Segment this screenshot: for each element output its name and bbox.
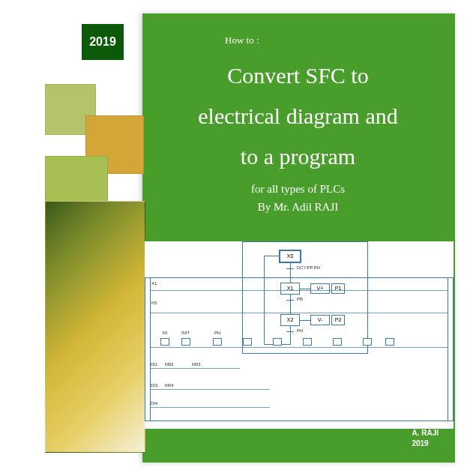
- ladder-label: X0: [162, 331, 167, 335]
- sfc-loopback-top: [264, 256, 279, 256]
- sfc-transition-0: DCY.PP.PH: [297, 265, 320, 270]
- ladder-label: M02: [165, 362, 174, 367]
- subtitle-line-2: By Mr. Adil RAJI: [258, 201, 339, 213]
- ladder-rung: [150, 389, 270, 390]
- sfc-node-x0: X0: [279, 250, 301, 263]
- ladder-contact: [160, 338, 169, 346]
- ladder-contact: [333, 338, 342, 346]
- subtitle-text: for all types of PLCs By Mr. Adil RAJI: [157, 180, 439, 216]
- ladder-label: PH: [214, 331, 220, 335]
- ladder-contact: [385, 338, 394, 346]
- title-line-3: to a program: [241, 144, 355, 169]
- ladder-contact: [363, 338, 372, 346]
- ladder-contact: [243, 338, 252, 346]
- ladder-label: M04: [165, 383, 174, 388]
- year-text: 2019: [89, 35, 116, 49]
- year-badge: 2019: [82, 24, 124, 60]
- ladder-contact: [213, 338, 222, 346]
- subtitle-line-1: for all types of PLCs: [251, 183, 345, 195]
- ladder-rung: [150, 313, 448, 313]
- ladder-rail-right: [448, 278, 448, 421]
- ladder-label: 033: [150, 383, 157, 388]
- ladder-label: INIT: [181, 331, 190, 335]
- ladder-rail-left: [150, 278, 151, 421]
- ladder-label: 034: [150, 401, 157, 406]
- ladder-rung: [150, 368, 240, 369]
- ladder-rung: [150, 290, 448, 291]
- ladder-contact: [181, 338, 190, 346]
- title-text: Convert SFC to electrical diagram and to…: [157, 55, 439, 177]
- decor-gradient-block: [45, 201, 145, 453]
- ladder-label: K5: [151, 301, 157, 305]
- title-line-1: Convert SFC to: [227, 63, 368, 88]
- electrical-diagram: X1 K5 X0 INIT PH 031 M02 M03 033 M04 034: [145, 277, 454, 421]
- sfc-transition-bar: [286, 268, 294, 269]
- ladder-rung: [150, 347, 448, 348]
- footer-year: 2019: [412, 439, 428, 448]
- ladder-rung: [150, 407, 270, 408]
- title-line-2: electrical diagram and: [198, 103, 398, 128]
- ladder-label: X1: [151, 281, 157, 286]
- diagram-area: X0 DCY.PP.PH X1 V+ P1 PB X2 V- P2 PH: [145, 241, 454, 429]
- ladder-label: M03: [192, 362, 201, 367]
- ladder-contact: [303, 338, 312, 346]
- prefix-text: How to :: [225, 34, 259, 46]
- footer-credit: A. RAJI 2019: [412, 428, 439, 449]
- footer-author: A. RAJI: [412, 429, 439, 437]
- book-cover: 2019 How to : Convert SFC to electrical …: [0, 0, 476, 476]
- ladder-label: 031: [150, 362, 157, 367]
- ladder-contact: [273, 338, 282, 346]
